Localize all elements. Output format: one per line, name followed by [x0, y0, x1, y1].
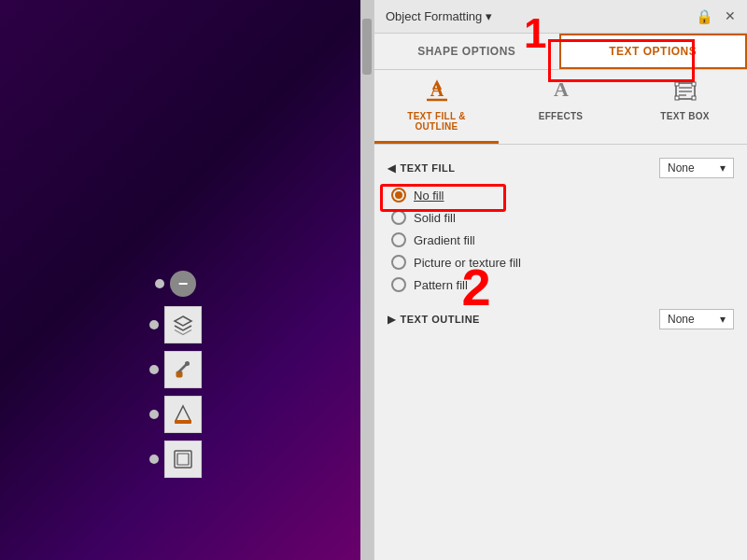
radio-gradient-fill-circle [391, 232, 406, 247]
radio-no-fill[interactable]: No fill [391, 188, 734, 203]
text-outline-section: ▶ TEXT OUTLINE None ▾ [388, 309, 734, 329]
dot-connector [155, 279, 164, 288]
text-outline-header: ▶ TEXT OUTLINE None ▾ [388, 309, 734, 329]
subtab-text-box[interactable]: TEXT BOX [623, 70, 747, 144]
svg-point-3 [185, 361, 190, 366]
close-icon[interactable]: ✕ [725, 8, 736, 25]
radio-picture-fill-label: Picture or texture fill [414, 256, 521, 270]
panel-content: ◀ TEXT FILL None ▾ No fill Solid fill [374, 145, 747, 560]
subtab-text-fill-label: TEXT FILL &OUTLINE [407, 111, 466, 132]
brush-button[interactable] [164, 351, 202, 388]
lock-icon: 🔒 [696, 8, 713, 25]
effects-icon: A [548, 79, 574, 107]
subtab-row: A TEXT FILL &OUTLINE A EFFECTS [374, 70, 747, 145]
radio-no-fill-circle [391, 188, 406, 203]
panel-title-label: Object Formatting [386, 9, 482, 23]
dot-connector-4 [149, 410, 159, 419]
fill-radio-group: No fill Solid fill Gradient fill Picture… [391, 188, 734, 292]
canvas-area: − [0, 0, 374, 560]
canvas-scrollbar[interactable] [360, 0, 374, 560]
text-fill-title: ◀ TEXT FILL [388, 162, 455, 175]
panel-title-dropdown-icon[interactable]: ▾ [486, 9, 492, 23]
panel-header: Object Formatting ▾ 🔒 ✕ [374, 0, 747, 34]
svg-rect-19 [692, 96, 696, 100]
tab-text-options[interactable]: TEXT OPTIONS [559, 34, 748, 69]
panel-title-text: Object Formatting ▾ [386, 9, 492, 23]
text-outline-dropdown[interactable]: None ▾ [659, 309, 734, 329]
svg-marker-0 [175, 316, 191, 326]
text-fill-label: TEXT FILL [401, 162, 456, 174]
radio-pattern-fill-label: Pattern fill [414, 278, 468, 292]
svg-rect-5 [175, 420, 191, 424]
frame-button[interactable] [164, 441, 202, 478]
radio-picture-fill-circle [391, 255, 406, 270]
svg-rect-7 [177, 454, 189, 465]
text-fill-section-header: ◀ TEXT FILL None ▾ [388, 158, 734, 178]
text-box-icon [672, 79, 698, 107]
radio-picture-fill[interactable]: Picture or texture fill [391, 255, 734, 270]
svg-marker-4 [176, 406, 190, 421]
frame-row [149, 441, 202, 478]
subtab-effects[interactable]: A EFFECTS [499, 70, 623, 144]
svg-rect-18 [675, 96, 679, 100]
subtab-text-box-label: TEXT BOX [660, 111, 709, 121]
text-outline-arrow[interactable]: ▶ [388, 314, 396, 326]
text-fill-dropdown-arrow: ▾ [720, 161, 726, 175]
dot-connector-5 [149, 455, 159, 464]
minus-row: − [155, 271, 196, 297]
text-outline-dropdown-arrow: ▾ [720, 313, 726, 326]
text-fill-dropdown[interactable]: None ▾ [659, 158, 734, 178]
layers-button[interactable] [164, 306, 202, 343]
svg-rect-17 [692, 82, 696, 86]
brush-row [149, 351, 202, 388]
scrollbar-thumb [362, 19, 372, 75]
minus-button[interactable]: − [170, 271, 196, 297]
fill-options-container: No fill Solid fill Gradient fill Picture… [388, 188, 734, 292]
canvas-toolbar: − [149, 271, 202, 478]
text-outline-title: ▶ TEXT OUTLINE [388, 314, 480, 326]
radio-gradient-fill[interactable]: Gradient fill [391, 232, 734, 247]
fill-button[interactable] [164, 396, 202, 433]
main-tab-row: SHAPE OPTIONS TEXT OPTIONS [374, 34, 747, 70]
text-fill-arrow[interactable]: ◀ [388, 162, 396, 175]
fill-row [149, 396, 202, 433]
subtab-effects-label: EFFECTS [539, 111, 584, 121]
radio-pattern-fill-circle [391, 277, 406, 292]
dot-connector-2 [149, 320, 159, 329]
radio-solid-fill-circle [391, 210, 406, 225]
text-outline-dropdown-value: None [668, 313, 695, 326]
radio-pattern-fill[interactable]: Pattern fill [391, 277, 734, 292]
radio-gradient-fill-label: Gradient fill [414, 233, 475, 247]
subtab-text-fill-outline[interactable]: A TEXT FILL &OUTLINE [374, 70, 499, 144]
text-fill-dropdown-value: None [668, 161, 695, 175]
svg-rect-16 [675, 82, 679, 86]
tab-shape-options[interactable]: SHAPE OPTIONS [374, 34, 559, 69]
radio-solid-fill[interactable]: Solid fill [391, 210, 734, 225]
radio-no-fill-label: No fill [414, 189, 444, 203]
svg-text:A: A [554, 79, 569, 101]
text-outline-label: TEXT OUTLINE [401, 314, 480, 325]
panel-controls: 🔒 ✕ [696, 8, 736, 25]
formatting-panel: 1 Object Formatting ▾ 🔒 ✕ SHAPE OPTIONS … [374, 0, 747, 560]
layers-row [149, 306, 202, 343]
radio-solid-fill-label: Solid fill [414, 211, 456, 225]
text-fill-icon: A [424, 79, 450, 107]
dot-connector-3 [149, 365, 159, 374]
